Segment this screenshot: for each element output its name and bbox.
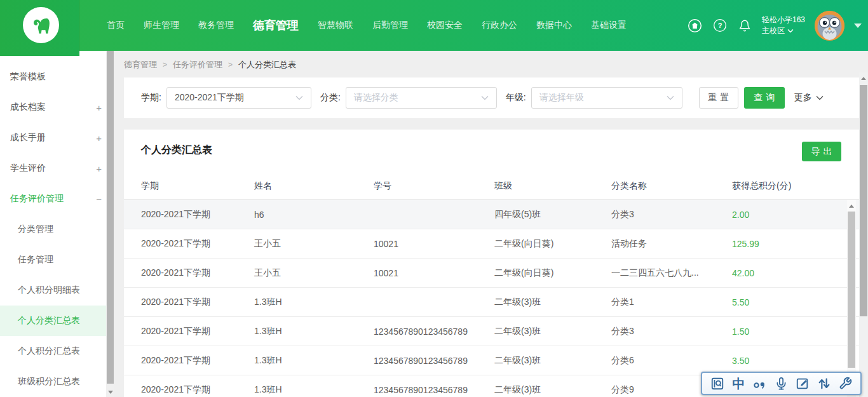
punctuation-icon[interactable]: [752, 375, 768, 392]
cell-category: 分类1: [611, 297, 732, 308]
table-scrollbar[interactable]: [847, 200, 856, 397]
cell-student-id: 1234567890123456789: [374, 356, 494, 366]
text-direction-icon[interactable]: [817, 375, 832, 392]
cell-class: 二年级(3)班: [494, 355, 611, 367]
column-header-total-score: 获得总积分(分): [732, 180, 859, 192]
column-header-category: 分类名称: [611, 180, 732, 192]
cell-class: 二年级(向日葵): [494, 238, 611, 250]
search-button[interactable]: 查询: [744, 87, 785, 109]
filter-bar: 学期: 2020-2021下学期 分类: 请选择分类 年级: 请选择年级 重置 …: [124, 77, 859, 118]
sidebar-item-student-evaluation[interactable]: 学生评价 +: [0, 153, 114, 184]
cell-semester: 2020-2021下学期: [124, 355, 254, 367]
nav-item-iot[interactable]: 智慧物联: [318, 20, 353, 31]
cell-class: 二年级(向日葵): [494, 267, 611, 279]
handwriting-icon[interactable]: [795, 375, 810, 392]
header-right: ? 轻松小学163 主校区: [688, 0, 862, 51]
cell-semester: 2020-2021下学期: [124, 297, 254, 308]
cell-score: 5.50: [732, 297, 859, 307]
app-logo[interactable]: [23, 7, 59, 43]
scroll-up-arrow-icon[interactable]: [859, 74, 868, 83]
page-scrollbar-thumb[interactable]: [860, 85, 867, 316]
sidebar-item-growth-handbook[interactable]: 成长手册 +: [0, 123, 114, 153]
sidebar-item-personal-score-detail[interactable]: 个人积分明细表: [0, 275, 114, 306]
category-select[interactable]: 请选择分类: [346, 87, 497, 109]
avatar-dropdown-caret[interactable]: [854, 24, 862, 28]
sogou-logo-icon[interactable]: [710, 375, 725, 392]
cell-semester: 2020-2021下学期: [124, 209, 254, 220]
sidebar-item-class-score-summary[interactable]: 班级积分汇总表: [0, 367, 114, 397]
reset-button[interactable]: 重置: [699, 87, 738, 109]
nav-item-basic-settings[interactable]: 基础设置: [591, 20, 627, 31]
sidebar-item-honor-template[interactable]: 荣誉模板: [0, 62, 114, 92]
column-header-name: 姓名: [254, 180, 374, 192]
top-navbar: 首页 师生管理 教务管理 德育管理 智慧物联 后勤管理 校园安全 行政办公 数据…: [0, 0, 868, 51]
sidebar-scrollbar[interactable]: [106, 51, 114, 397]
grade-select[interactable]: 请选择年级: [531, 87, 682, 109]
export-button[interactable]: 导出: [802, 142, 841, 161]
chinese-mode-icon[interactable]: 中: [731, 375, 747, 392]
scroll-up-arrow-icon[interactable]: [847, 201, 856, 210]
cell-score: 42.00: [732, 268, 859, 278]
breadcrumb-current: 个人分类汇总表: [238, 59, 296, 71]
bell-icon[interactable]: [737, 18, 752, 33]
cell-class: 二年级(3)班: [494, 326, 611, 337]
cell-score: 1.50: [732, 326, 859, 337]
nav-item-home[interactable]: 首页: [107, 20, 125, 31]
cell-category: 分类3: [611, 209, 732, 220]
nav-item-campus-safety[interactable]: 校园安全: [427, 20, 463, 31]
nav-item-data-center[interactable]: 数据中心: [536, 20, 572, 31]
sidebar-item-growth-archive[interactable]: 成长档案 +: [0, 92, 114, 123]
cell-student-id: 1234567890123456789: [374, 326, 494, 337]
sidebar-item-personal-score-summary[interactable]: 个人积分汇总表: [0, 336, 114, 367]
elephant-logo-icon: [27, 11, 55, 39]
microphone-icon[interactable]: [774, 375, 789, 392]
table-row: 2020-2021下学期 1.3班H 二年级(3)班 分类1 5.50: [124, 288, 859, 317]
table-row: 2020-2021下学期 王小五 10021 二年级(向日葵) 一二三四五六七八…: [124, 259, 859, 288]
sidebar-item-task-management[interactable]: 任务管理: [0, 245, 114, 275]
svg-text:?: ?: [718, 22, 722, 29]
cell-category: 分类3: [611, 326, 732, 337]
more-filters-toggle[interactable]: 更多: [794, 92, 824, 104]
cell-score: 125.99: [732, 239, 859, 249]
summary-table-card: 个人分类汇总表 导出 学期 姓名 学号 班级 分类名称 获得总积分(分) 202…: [124, 130, 859, 397]
table-row: 2020-2021下学期 1.3班H 1234567890123456789 二…: [124, 317, 859, 346]
main-content: 德育管理 > 任务评价管理 > 个人分类汇总表 学期: 2020-2021下学期…: [114, 51, 859, 397]
cell-semester: 2020-2021下学期: [124, 267, 254, 279]
cell-name: 王小五: [254, 267, 374, 279]
column-header-semester: 学期: [124, 180, 254, 192]
table-row: 2020-2021下学期 h6 四年级(5)班 分类3 2.00: [124, 200, 859, 229]
expand-plus-icon: +: [96, 102, 102, 113]
table-scrollbar-thumb[interactable]: [848, 212, 855, 368]
cell-category: 一二三四五六七八九...: [611, 267, 732, 279]
nav-item-teacher-student[interactable]: 师生管理: [144, 20, 179, 31]
nav-item-academic[interactable]: 教务管理: [198, 20, 234, 31]
user-avatar[interactable]: [815, 11, 844, 41]
wrench-icon[interactable]: [837, 375, 853, 392]
scroll-down-arrow-icon[interactable]: [106, 387, 114, 397]
breadcrumb-separator: >: [163, 60, 167, 69]
cell-student-id: 10021: [374, 268, 494, 278]
semester-select[interactable]: 2020-2021下学期: [166, 87, 311, 109]
column-header-class: 班级: [494, 180, 611, 192]
breadcrumb-item[interactable]: 任务评价管理: [173, 59, 222, 71]
sidebar-item-category-management[interactable]: 分类管理: [0, 214, 114, 245]
sidebar-item-personal-category-summary[interactable]: 个人分类汇总表: [0, 306, 114, 336]
nav-item-administration[interactable]: 行政办公: [482, 20, 517, 31]
school-selector[interactable]: 轻松小学163 主校区: [762, 15, 805, 36]
main-nav: 首页 师生管理 教务管理 德育管理 智慧物联 后勤管理 校园安全 行政办公 数据…: [107, 0, 627, 51]
cell-name: 1.3班H: [254, 384, 374, 396]
school-name: 轻松小学163: [762, 15, 805, 25]
chevron-down-icon: [295, 95, 303, 100]
nav-item-logistics[interactable]: 后勤管理: [372, 20, 408, 31]
cell-semester: 2020-2021下学期: [124, 326, 254, 337]
nav-item-moral-education[interactable]: 德育管理: [253, 18, 299, 33]
sidebar-item-task-evaluation[interactable]: 任务评价管理 −: [0, 184, 114, 214]
page-scrollbar[interactable]: [859, 72, 868, 397]
home-icon[interactable]: [688, 18, 703, 33]
cell-name: 1.3班H: [254, 355, 374, 367]
table-title: 个人分类汇总表: [141, 144, 212, 157]
cell-student-id: 10021: [374, 239, 494, 249]
breadcrumb-item[interactable]: 德育管理: [124, 59, 157, 71]
help-icon[interactable]: ?: [712, 18, 728, 33]
sidebar-scrollbar-thumb[interactable]: [107, 51, 114, 384]
